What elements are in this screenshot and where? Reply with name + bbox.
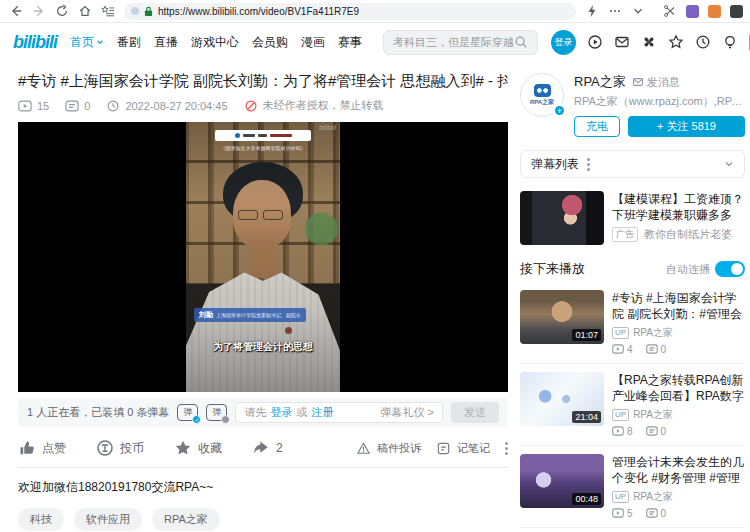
divider [18,467,508,468]
tag-software[interactable]: 软件应用 [74,508,142,531]
favorites-star-icon[interactable] [668,34,684,50]
play-count-icon [612,425,624,437]
list-item[interactable]: 01:07 #专访 #上海国家会计学院 副院长刘勤：#管理会计 和#... UP… [520,282,745,363]
home-icon[interactable] [78,4,92,18]
secondary-actions: 稿件投诉 记笔记 [356,440,508,457]
danmaku-list-title: 弹幕列表 [531,156,579,173]
dark-extension-icon[interactable] [730,5,743,18]
danmaku-input[interactable]: 请先 登录 或 注册 弹幕礼仪 > [235,402,443,423]
ad-thumbnail[interactable] [520,191,604,245]
ad-card[interactable]: 【建模课程】工资难顶？下班学建模兼职赚多多 广告 教你自制纸片老婆 [520,191,745,245]
up-badge: UP [612,409,629,421]
more-menu-icon[interactable] [608,4,622,18]
video-thumbnail[interactable]: 00:48 [520,454,604,508]
nav-item-vip-shop[interactable]: 会员购 [252,34,288,51]
star-icon [174,439,192,457]
purple-extension-icon[interactable] [686,5,699,18]
nav-item-bangumi[interactable]: 番剧 [117,34,141,51]
tag-rpa-home[interactable]: RPA之家 [152,508,220,531]
creative-bulb-icon[interactable] [722,34,738,50]
like-button[interactable]: 点赞 [18,439,66,457]
danmaku-count-icon [65,99,79,113]
uploader-avatar[interactable]: RPA之家 + [520,73,564,117]
send-message-link[interactable]: 发消息 [632,75,680,90]
video-player[interactable]: 《国家知名大学卓越商学院成功密码》 bilibili 刘勤 上海国家会计学院党委… [18,122,508,392]
danmaku-send-bar: 1 人正在看，已装填 0 条弹幕 弹 ✓ 弹 请先 登录 或 注册 弹幕礼仪 >… [18,398,508,427]
video-frame: 《国家知名大学卓越商学院成功密码》 bilibili 刘勤 上海国家会计学院党委… [186,122,340,392]
collapse-chevron-icon[interactable] [724,159,734,169]
video-thumbnail[interactable]: 21:04 [520,372,604,426]
address-bar[interactable]: https://www.bilibili.com/video/BV1Fa411R… [124,3,576,20]
back-icon[interactable] [9,4,23,18]
report-button[interactable]: 稿件投诉 [356,441,421,456]
vip-icon[interactable] [587,34,603,50]
follow-button[interactable]: + 关注 5819 [628,116,745,137]
coin-button[interactable]: 投币 [96,439,144,457]
program-logo-icon [235,133,240,138]
message-icon[interactable] [614,34,630,50]
program-logo-badge [215,130,311,141]
dynamics-pinwheel-icon[interactable] [641,34,657,50]
danmaku-on-check-icon: ✓ [192,415,201,424]
list-item[interactable]: 03:00 【RPA之家转载】泛微数字化费控管理 UP RPA之家 9 0 [520,527,745,532]
chevron-down-icon [96,38,104,46]
reload-icon[interactable] [55,4,69,18]
nav-item-live[interactable]: 直播 [154,34,178,51]
nav-item-home[interactable]: 首页 [70,34,104,51]
share-button[interactable]: 2 [252,439,283,457]
sidebar: RPA之家 + RPA之家 发消息 RPA之家（www.rpazj.com）,R… [520,61,745,532]
note-button[interactable]: 记笔记 [436,441,490,456]
scissors-extension-icon[interactable] [663,4,677,18]
video-thumbnail[interactable]: 01:07 [520,290,604,344]
game-extension-icon[interactable] [708,5,721,18]
related-video-title[interactable]: 管理会计未来会发生的几个变化 #财务管理 #管理会计 #... [612,454,745,486]
more-actions-icon[interactable] [505,440,508,457]
history-clock-icon[interactable] [695,34,711,50]
up-badge: UP [612,491,629,503]
nav-item-manga[interactable]: 漫画 [301,34,325,51]
play-count-icon [612,507,624,519]
login-button[interactable]: 登录 [551,30,576,55]
uploader-bio: RPA之家（www.rpazj.com）,RPA培训第一品牌... [574,94,745,109]
autoplay-toggle[interactable] [715,261,745,277]
nav-item-esports[interactable]: 赛事 [338,34,362,51]
video-action-row: 点赞 投币 收藏 2 稿件投诉 记笔记 [18,429,508,467]
danmaku-settings-icon[interactable]: 弹 [206,404,227,421]
speaker-name: 刘勤 [199,310,213,320]
forward-icon[interactable] [32,4,46,18]
uploader-name[interactable]: RPA之家 [574,73,626,91]
danmaku-etiquette-link[interactable]: 弹幕礼仪 > [381,405,434,420]
header-user-area: 登录 [551,30,750,55]
lock-icon [144,6,153,17]
related-video-title[interactable]: 【RPA之家转载RPA创新产业峰会回看】RPA数字化转型... [612,372,745,404]
list-item[interactable]: 00:48 管理会计未来会发生的几个变化 #财务管理 #管理会计 #... UP… [520,445,745,527]
bilibili-logo[interactable]: bilibili [13,32,57,53]
chevron-down-icon[interactable] [631,4,645,18]
danmaku-count: 0 [84,100,90,112]
danmaku-count-icon [646,343,658,355]
related-up-name[interactable]: RPA之家 [633,490,673,504]
search-input[interactable]: 考科目三，但是星际穿越 [383,30,538,55]
protect-bolt-icon[interactable] [585,4,599,18]
danmaku-gear-icon [221,415,230,424]
login-link[interactable]: 登录 [270,405,292,420]
related-up-name[interactable]: RPA之家 [633,408,673,422]
favorite-button[interactable]: 收藏 [174,439,222,457]
register-link[interactable]: 注册 [311,405,333,420]
uploader-info: RPA之家 发消息 RPA之家（www.rpazj.com）,RPA培训第一品牌… [574,73,745,137]
danmaku-toggle-icon[interactable]: 弹 ✓ [177,404,198,421]
danmaku-list-more-icon[interactable] [587,156,590,173]
danmaku-list-panel[interactable]: 弹幕列表 [520,150,745,178]
nav-item-game-center[interactable]: 游戏中心 [191,34,239,51]
bookmarks-icon[interactable] [101,4,115,18]
send-danmaku-button[interactable]: 发送 [451,402,499,423]
related-up-name[interactable]: RPA之家 [633,326,673,340]
search-icon[interactable] [514,35,528,49]
ad-title[interactable]: 【建模课程】工资难顶？下班学建模兼职赚多多 [612,191,745,223]
related-play-count: 5 [627,508,633,519]
tag-tech[interactable]: 科技 [18,508,64,531]
charge-button[interactable]: 充电 [574,116,620,137]
related-video-title[interactable]: #专访 #上海国家会计学院 副院长刘勤：#管理会计 和#... [612,290,745,322]
list-item[interactable]: 21:04 【RPA之家转载RPA创新产业峰会回看】RPA数字化转型... UP… [520,363,745,445]
viewers-status: 1 人正在看，已装填 0 条弹幕 [27,405,169,420]
